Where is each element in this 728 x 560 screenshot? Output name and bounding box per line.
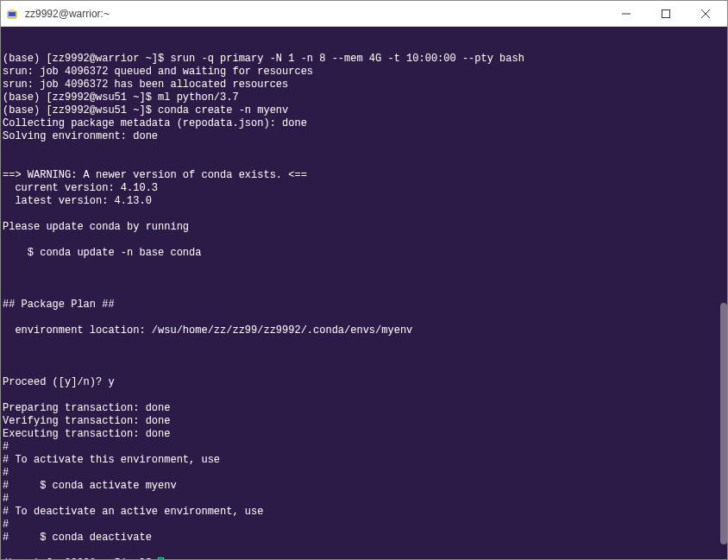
svg-rect-5	[662, 9, 670, 17]
maximize-button[interactable]	[646, 1, 686, 26]
putty-window: zz9992@warrior:~ (base) [zz9992@warrior …	[0, 0, 728, 560]
terminal-line: ## Package Plan ##	[3, 299, 725, 311]
terminal-line	[3, 350, 725, 363]
window-controls	[606, 1, 725, 26]
terminal-line: ==> WARNING: A newer version of conda ex…	[3, 169, 725, 182]
terminal-line: #	[3, 467, 725, 480]
terminal-line: #	[3, 493, 725, 506]
terminal-line: latest version: 4.13.0	[3, 195, 725, 208]
terminal-line: #	[3, 441, 725, 454]
terminal-line: # $ conda deactivate	[3, 532, 725, 544]
svg-rect-1	[9, 12, 16, 16]
minimize-button[interactable]	[606, 1, 646, 26]
terminal-line: # To deactivate an active environment, u…	[3, 506, 725, 519]
terminal-line	[3, 156, 725, 169]
terminal-line: (base) [zz9992@wsu51 ~]$	[3, 557, 725, 559]
terminal-line: environment location: /wsu/home/zz/zz99/…	[3, 324, 725, 337]
terminal-line: current version: 4.10.3	[3, 182, 725, 195]
close-button[interactable]	[686, 1, 725, 26]
cursor	[158, 557, 164, 559]
terminal-line	[3, 337, 725, 350]
terminal-line	[3, 286, 725, 299]
terminal-line: srun: job 4096372 queued and waiting for…	[3, 66, 725, 79]
terminal-content: (base) [zz9992@warrior ~]$ srun -q prima…	[3, 53, 725, 559]
terminal-line: (base) [zz9992@wsu51 ~]$ conda create -n…	[3, 104, 725, 117]
terminal-line	[3, 208, 725, 221]
terminal-line: Proceed ([y]/n)? y	[3, 376, 725, 389]
terminal-line: # To activate this environment, use	[3, 454, 725, 467]
terminal-line: (base) [zz9992@warrior ~]$ srun -q prima…	[3, 53, 725, 66]
terminal-line	[3, 234, 725, 247]
terminal-line: # $ conda activate myenv	[3, 480, 725, 493]
terminal-line	[3, 544, 725, 557]
terminal-line: Verifying transaction: done	[3, 415, 725, 428]
titlebar[interactable]: zz9992@warrior:~	[1, 1, 727, 27]
terminal-line: $ conda update -n base conda	[3, 247, 725, 260]
terminal-line: Executing transaction: done	[3, 428, 725, 441]
scrollbar-thumb[interactable]	[720, 303, 727, 544]
terminal-line: srun: job 4096372 has been allocated res…	[3, 79, 725, 91]
terminal-line	[3, 389, 725, 402]
terminal-line: Please update conda by running	[3, 221, 725, 234]
terminal-line	[3, 273, 725, 286]
terminal-area[interactable]: (base) [zz9992@warrior ~]$ srun -q prima…	[1, 27, 727, 559]
putty-icon	[6, 7, 20, 21]
terminal-line	[3, 143, 725, 156]
terminal-line	[3, 260, 725, 273]
terminal-line: (base) [zz9992@wsu51 ~]$ ml python/3.7	[3, 91, 725, 104]
terminal-line: Preparing transaction: done	[3, 402, 725, 415]
terminal-line	[3, 363, 725, 376]
terminal-line	[3, 311, 725, 324]
terminal-line: #	[3, 519, 725, 532]
terminal-line: Solving environment: done	[3, 130, 725, 143]
terminal-line: Collecting package metadata (repodata.js…	[3, 117, 725, 130]
window-title: zz9992@warrior:~	[25, 8, 606, 20]
